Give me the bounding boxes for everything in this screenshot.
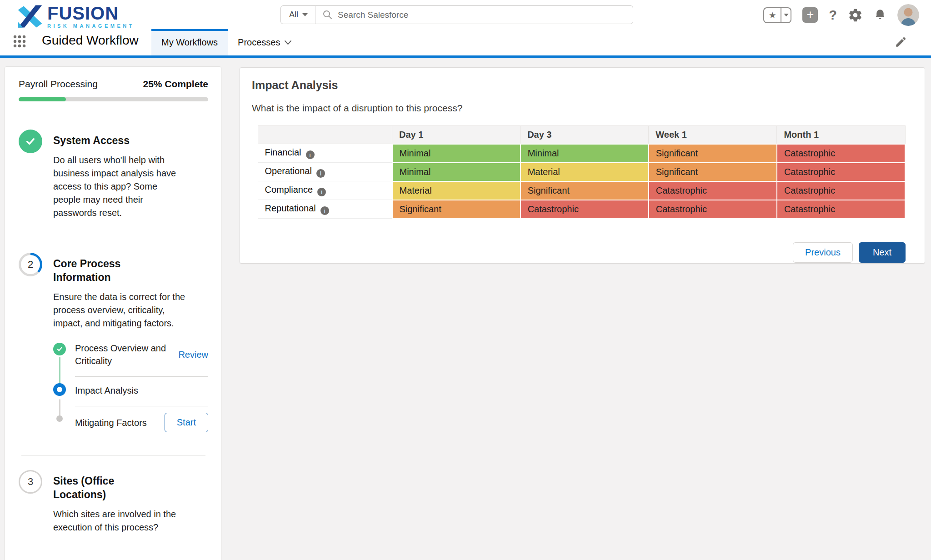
- impact-cell[interactable]: Catastrophic: [777, 163, 905, 181]
- progress-bar-fill: [19, 97, 66, 101]
- info-icon[interactable]: [320, 206, 329, 215]
- impact-cell[interactable]: Catastrophic: [521, 200, 649, 219]
- app-launcher-waffle-icon[interactable]: [13, 35, 26, 50]
- table-row: Financial Minimal Minimal Significant Ca…: [258, 144, 906, 163]
- substep-mitigating-factors: Mitigating Factors Start: [53, 406, 208, 437]
- review-link[interactable]: Review: [178, 350, 208, 360]
- app-name: Guided Workflow: [42, 33, 139, 48]
- substep-complete-check-icon: [53, 343, 66, 355]
- info-icon[interactable]: [316, 169, 325, 178]
- info-icon[interactable]: [317, 188, 326, 196]
- avatar[interactable]: [897, 4, 919, 26]
- column-header: Day 1: [392, 126, 521, 144]
- substep-label: Mitigating Factors: [75, 416, 147, 429]
- impact-cell[interactable]: Significant: [392, 200, 521, 219]
- setup-gear-icon[interactable]: [848, 8, 863, 23]
- substep-pending-dot: [56, 415, 63, 422]
- table-corner-cell: [258, 126, 392, 144]
- favorites-caret-button[interactable]: [781, 8, 791, 22]
- fusion-logo-icon: [17, 4, 43, 29]
- help-icon[interactable]: [829, 8, 837, 23]
- step-title: System Access: [53, 130, 165, 147]
- chevron-down-icon: [285, 40, 291, 45]
- impact-cell[interactable]: Minimal: [392, 163, 521, 181]
- impact-cell[interactable]: Significant: [649, 144, 777, 163]
- step-title: Core Process Information: [53, 253, 165, 284]
- previous-button[interactable]: Previous: [793, 242, 853, 263]
- notifications-bell-icon[interactable]: [874, 9, 886, 21]
- impact-cell[interactable]: Significant: [521, 181, 649, 200]
- tab-processes[interactable]: Processes: [228, 29, 301, 55]
- substep-impact-analysis: Impact Analysis: [53, 377, 208, 406]
- substep-process-overview: Process Overview and Criticality Review: [53, 342, 208, 377]
- workflow-sidebar: Payroll Processing 25% Complete System A…: [5, 66, 221, 560]
- table-row: Reputational Significant Catastrophic Ca…: [258, 200, 906, 219]
- search-scope-selector[interactable]: All: [281, 6, 315, 24]
- logo-tagline: RISK MANAGEMENT: [47, 23, 135, 29]
- favorites-group: ★: [763, 7, 791, 23]
- step-progress-ring: 2: [19, 253, 42, 276]
- step-core-process-information: 2 Core Process Information Ensure the da…: [19, 253, 208, 437]
- impact-cell[interactable]: Catastrophic: [777, 144, 905, 163]
- impact-analysis-card: Impact Analysis What is the impact of a …: [240, 67, 925, 264]
- search-icon: [323, 10, 332, 20]
- global-header: FUSION RISK MANAGEMENT All ★: [0, 0, 931, 58]
- substep-label: Impact Analysis: [75, 384, 138, 397]
- impact-cell[interactable]: Minimal: [392, 144, 521, 163]
- column-header: Month 1: [777, 126, 905, 144]
- search-input[interactable]: [338, 10, 633, 20]
- search-scope-value: All: [289, 10, 298, 20]
- row-label: Financial: [258, 144, 392, 163]
- column-header: Week 1: [649, 126, 777, 144]
- table-row: Compliance Material Significant Catastro…: [258, 181, 906, 200]
- card-divider: [258, 233, 906, 233]
- section-divider: [21, 455, 205, 455]
- global-search: All: [280, 5, 633, 24]
- fusion-logo: FUSION RISK MANAGEMENT: [17, 4, 135, 29]
- step-complete-check-icon: [19, 130, 42, 153]
- logo-wordmark: FUSION: [47, 5, 135, 22]
- quick-add-button[interactable]: [802, 7, 818, 23]
- progress-bar: [19, 97, 208, 101]
- step-number-circle: 3: [19, 470, 42, 494]
- caret-down-icon: [784, 14, 789, 17]
- impact-cell[interactable]: Significant: [649, 163, 777, 181]
- substep-list: Process Overview and Criticality Review …: [53, 342, 208, 437]
- question-text: What is the impact of a disruption to th…: [252, 103, 905, 114]
- step-sites: 3 Sites (Office Locations) Which sites a…: [19, 470, 208, 534]
- row-label: Compliance: [258, 181, 392, 200]
- substep-label: Process Overview and Criticality: [75, 342, 174, 367]
- impact-cell[interactable]: Catastrophic: [649, 200, 777, 219]
- step-description: Which sites are involved in the executio…: [53, 508, 186, 534]
- edit-pencil-icon[interactable]: [895, 36, 906, 50]
- next-button[interactable]: Next: [859, 242, 906, 263]
- step-number: 2: [21, 255, 40, 274]
- start-button[interactable]: Start: [165, 413, 208, 432]
- impact-cell[interactable]: Catastrophic: [777, 200, 905, 219]
- tab-my-workflows[interactable]: My Workflows: [151, 29, 228, 55]
- step-description: Ensure the data is correct for the proce…: [53, 290, 186, 330]
- caret-down-icon: [302, 13, 308, 17]
- favorites-star-button[interactable]: ★: [764, 8, 781, 22]
- impact-cell[interactable]: Catastrophic: [777, 181, 905, 200]
- impact-cell[interactable]: Minimal: [521, 144, 649, 163]
- table-row: Operational Minimal Material Significant…: [258, 163, 906, 181]
- step-title: Sites (Office Locations): [53, 470, 165, 501]
- table-header-row: Day 1 Day 3 Week 1 Month 1: [258, 126, 906, 144]
- tab-label: My Workflows: [161, 37, 218, 48]
- process-name: Payroll Processing: [19, 79, 98, 90]
- info-icon[interactable]: [306, 150, 315, 159]
- step-system-access: System Access Do all users who'll help w…: [19, 130, 208, 220]
- impact-cell[interactable]: Material: [392, 181, 521, 200]
- column-header: Day 3: [521, 126, 649, 144]
- impact-cell[interactable]: Catastrophic: [649, 181, 777, 200]
- section-divider: [21, 238, 205, 238]
- impact-cell[interactable]: Material: [521, 163, 649, 181]
- progress-label: 25% Complete: [143, 79, 208, 90]
- page-title: Impact Analysis: [252, 79, 905, 92]
- step-description: Do all users who'll help with business i…: [53, 154, 186, 220]
- row-label: Reputational: [258, 200, 392, 219]
- nav-tabset: My Workflows Processes: [151, 29, 301, 55]
- row-label: Operational: [258, 163, 392, 181]
- substep-current-marker: [53, 383, 66, 396]
